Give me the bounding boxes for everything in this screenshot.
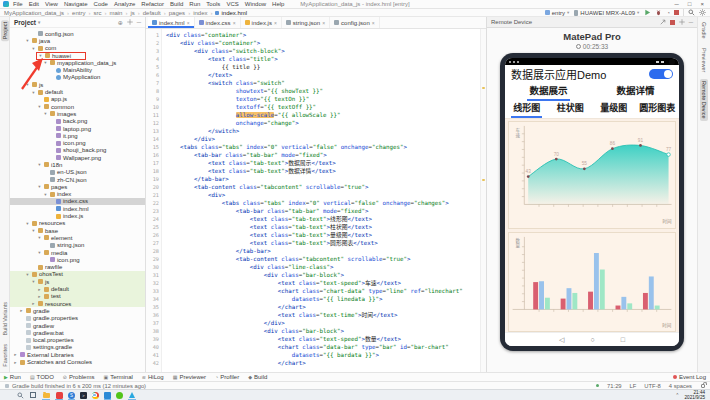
tree-item-zh-cn-json[interactable]: zh-CN.json: [10, 176, 145, 183]
app-subtab-[interactable]: 量级图: [592, 101, 636, 118]
tool-strip-item-project[interactable]: Project: [1, 20, 9, 41]
taskbar-icon-file-explorer[interactable]: [42, 391, 50, 399]
device-selector[interactable]: HUAWEI MRX-AL09 ▾: [574, 10, 639, 16]
launch-icon[interactable]: [660, 19, 666, 25]
tree-item-en-us-json[interactable]: en-US.json: [10, 169, 145, 176]
tree-item-media[interactable]: ▾media: [10, 249, 145, 256]
tree-item-pages[interactable]: ▾pages: [10, 183, 145, 190]
tree-item-index[interactable]: ▾index: [10, 191, 145, 198]
tree-item-laptop-png[interactable]: laptop.png: [10, 125, 145, 132]
menu-help[interactable]: Help: [272, 1, 284, 7]
taskbar-icon-chrome[interactable]: [92, 392, 99, 399]
tool-strip-item-build-variants[interactable]: Build Variants: [1, 300, 9, 338]
close-tab-icon[interactable]: ×: [322, 20, 325, 26]
run-config-selector[interactable]: entry ▾: [545, 10, 570, 16]
hide-panel-icon[interactable]: ─: [689, 19, 693, 25]
close-button[interactable]: ×: [700, 1, 704, 7]
tree-item-gradle[interactable]: ▸gradle: [10, 307, 145, 314]
tree-item-icon-png[interactable]: icon.png: [10, 256, 145, 263]
gear-icon[interactable]: [127, 19, 133, 25]
profiler-button[interactable]: ◔: [666, 10, 670, 16]
tree-item-test[interactable]: ▸test: [10, 293, 145, 300]
tool-window-button-todo[interactable]: ▤TODO: [30, 374, 54, 380]
breadcrumb-item-index-hml[interactable]: index.hml: [215, 10, 247, 16]
menu-view[interactable]: View: [45, 1, 58, 7]
menu-tools[interactable]: Tools: [206, 1, 220, 7]
taskbar-icon-app-red[interactable]: [55, 391, 63, 399]
tree-item-i18n[interactable]: ▾i18n: [10, 161, 145, 168]
tree-item-resources[interactable]: ▸resources: [10, 300, 145, 307]
tree-item-index-css[interactable]: index.css: [10, 198, 145, 205]
tree-item-string-json[interactable]: string.json: [10, 242, 145, 249]
line-separator[interactable]: LF: [630, 383, 637, 389]
breadcrumb-item-index[interactable]: index: [193, 10, 207, 16]
nav-back-icon[interactable]: ◁: [559, 336, 564, 344]
menu-build[interactable]: Build: [170, 1, 183, 7]
app-subtab-[interactable]: 线形图: [505, 101, 549, 118]
event-log-button[interactable]: Event Log: [673, 374, 706, 380]
app-subtab-[interactable]: 柱状图: [549, 101, 593, 118]
tool-window-button-terminal[interactable]: ▣Terminal: [103, 374, 132, 380]
tree-item-js[interactable]: ▾js: [10, 278, 145, 285]
menu-vcs[interactable]: VCS: [226, 1, 238, 7]
cursor-position[interactable]: 71:29: [607, 383, 622, 389]
tree-item-config-json[interactable]: config.json: [10, 30, 145, 37]
tree-item-external-libraries[interactable]: ▸External Libraries: [10, 351, 145, 358]
tree-item-java[interactable]: ▾java: [10, 37, 145, 44]
tree-item-settings-gradle[interactable]: settings.gradle: [10, 344, 145, 351]
app-subtab-[interactable]: 圆形图表: [636, 101, 680, 118]
maximize-button[interactable]: □: [688, 1, 692, 7]
tree-item-index-hml[interactable]: index.hml: [10, 205, 145, 212]
breadcrumb-item-myapplication-data-js[interactable]: MyApplication_data_js: [4, 10, 64, 16]
menu-navigate[interactable]: Navigate: [64, 1, 88, 7]
lock-icon[interactable]: [701, 384, 705, 388]
breadcrumb-item-default[interactable]: default: [143, 10, 161, 16]
tree-item-shouji-back-png[interactable]: shouji_back.png: [10, 147, 145, 154]
search-icon[interactable]: [688, 9, 695, 16]
editor-tab-index-css[interactable]: index.css×: [195, 17, 241, 28]
taskbar-clock[interactable]: 21:44 2021/9/25: [685, 390, 707, 400]
menu-file[interactable]: File: [13, 1, 23, 7]
locate-file-icon[interactable]: ⊕: [118, 19, 123, 26]
tree-item-mainability[interactable]: MainAbility: [10, 66, 145, 73]
editor-tab-index-hml[interactable]: index.hml×: [148, 17, 195, 28]
tree-item-images[interactable]: ▾images: [10, 110, 145, 117]
tree-item-common[interactable]: ▾common: [10, 103, 145, 110]
tool-window-button-hilog[interactable]: ≋HiLog: [142, 374, 164, 380]
hide-panel-icon[interactable]: ─: [137, 19, 141, 25]
editor-scrollbar[interactable]: [480, 29, 486, 372]
tree-item-resources[interactable]: ▾resources: [10, 220, 145, 227]
tool-window-button-run[interactable]: ▶Run: [4, 374, 21, 380]
app-tab-[interactable]: 数据展示: [505, 83, 592, 101]
taskbar-icon-task-view[interactable]: [29, 391, 37, 399]
editor-tab-config-json[interactable]: config.json×: [330, 17, 380, 28]
breadcrumb-item-js[interactable]: js: [130, 10, 134, 16]
minimize-button[interactable]: ─: [675, 1, 679, 7]
tree-item-local-properties[interactable]: local.properties: [10, 336, 145, 343]
tree-item-gradlew-bat[interactable]: gradlew.bat: [10, 329, 145, 336]
tray-chevron-icon[interactable]: ⌃: [675, 392, 679, 398]
debug-button[interactable]: [655, 9, 662, 16]
tree-item-it-png[interactable]: it.png: [10, 132, 145, 139]
tool-window-button-problems[interactable]: ⊘Problems: [63, 374, 95, 380]
editor-tab-index-js[interactable]: index.js×: [241, 17, 282, 28]
tree-item-base[interactable]: ▾base: [10, 227, 145, 234]
tool-strip-item-favorites[interactable]: Favorites: [1, 342, 9, 369]
menu-analyze[interactable]: Analyze: [114, 1, 135, 7]
file-encoding[interactable]: UTF-8: [644, 383, 660, 389]
tree-item-default[interactable]: ▸default: [10, 285, 145, 292]
tool-window-button-profiler[interactable]: ◔Profiler: [215, 374, 239, 380]
tool-strip-item-previewer[interactable]: Previewer: [700, 46, 708, 74]
close-tab-icon[interactable]: ×: [187, 20, 190, 26]
tree-item-myapplication[interactable]: MyApplication: [10, 74, 145, 81]
breadcrumb-item-main[interactable]: main: [109, 10, 122, 16]
menu-run[interactable]: Run: [189, 1, 200, 7]
nav-recents-icon[interactable]: □: [621, 336, 625, 343]
tree-item-myapplication-data-js[interactable]: ▾myapplication_data_js: [10, 59, 145, 66]
stop-button[interactable]: [674, 10, 679, 15]
tool-window-button-previewer[interactable]: ▦Previewer: [173, 374, 206, 380]
stop-session-button[interactable]: [670, 20, 675, 25]
close-tab-icon[interactable]: ×: [372, 20, 375, 26]
tree-item-scratches-and-consoles[interactable]: ▸Scratches and Consoles: [10, 358, 145, 365]
editor-tab-string-json[interactable]: string.json×: [282, 17, 330, 28]
